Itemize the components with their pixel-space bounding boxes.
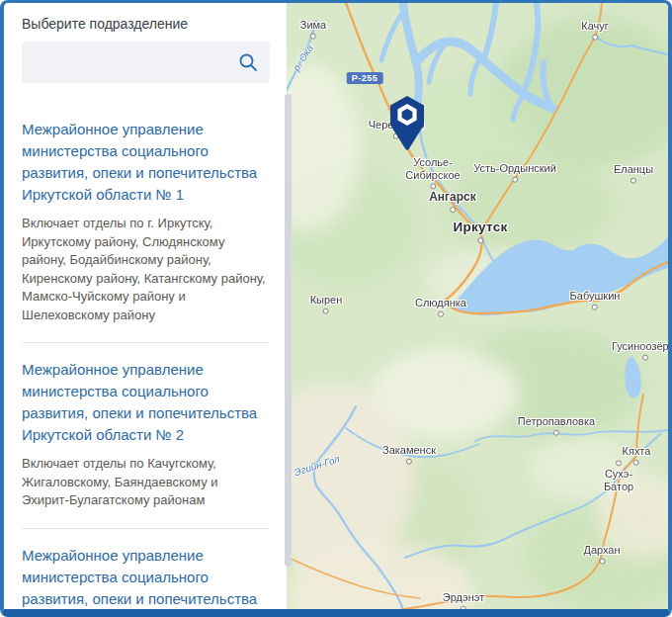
map-canvas bbox=[287, 3, 668, 609]
panel-scrollbar[interactable] bbox=[285, 94, 292, 567]
department-link[interactable]: Межрайонное управление министерства соци… bbox=[22, 359, 266, 446]
department-description: Включает отделы по Качугскому, Жигаловск… bbox=[22, 455, 266, 510]
department-item-1[interactable]: Межрайонное управление министерства соци… bbox=[22, 103, 270, 343]
department-description: Включает отделы по г. Иркутску, Иркутско… bbox=[22, 215, 266, 324]
department-link[interactable]: Межрайонное управление министерства соци… bbox=[22, 545, 266, 610]
panel-title: Выберите подразделение bbox=[22, 16, 270, 32]
department-panel: Выберите подразделение Межрайонное управ… bbox=[4, 3, 284, 609]
search-box bbox=[22, 42, 270, 83]
widget-frame: Выберите подразделение Межрайонное управ… bbox=[0, 0, 672, 617]
map-marker[interactable] bbox=[387, 96, 427, 151]
search-input[interactable] bbox=[22, 42, 270, 83]
department-item-3[interactable]: Межрайонное управление министерства соци… bbox=[22, 529, 270, 610]
department-list: Межрайонное управление министерства соци… bbox=[22, 103, 270, 609]
road-badge-r255: Р-255 bbox=[347, 72, 383, 84]
map[interactable]: Зима Качуг Черемхово Усолье- Сибирское У… bbox=[287, 3, 668, 609]
department-item-2[interactable]: Межрайонное управление министерства соци… bbox=[22, 343, 270, 529]
search-icon[interactable] bbox=[238, 52, 258, 72]
department-link[interactable]: Межрайонное управление министерства соци… bbox=[22, 119, 266, 206]
